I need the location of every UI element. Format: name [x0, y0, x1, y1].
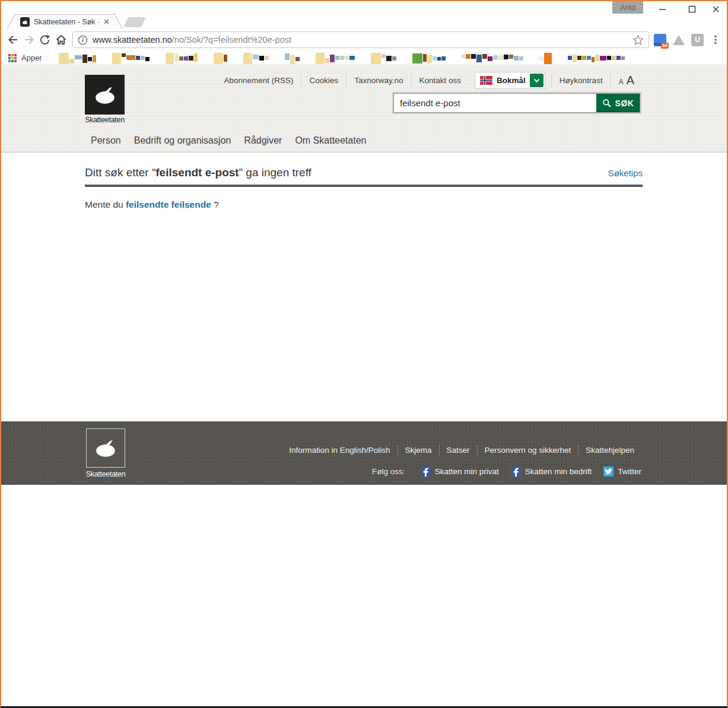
maximize-icon — [688, 5, 696, 13]
suggest-suffix: ? — [211, 199, 219, 209]
bookmark-pixel — [179, 56, 183, 61]
reload-button[interactable] — [37, 32, 53, 48]
font-size-large-button[interactable]: A — [627, 74, 634, 87]
bookmark-pixel — [166, 53, 174, 64]
soketips-link[interactable]: Søketips — [608, 168, 643, 178]
utility-link-taxnorway[interactable]: Taxnorway.no — [346, 74, 411, 87]
footer-link-satser[interactable]: Satser — [439, 445, 477, 455]
bookmark-item[interactable] — [539, 53, 552, 64]
footer-link-skjema[interactable]: Skjema — [398, 445, 439, 455]
nav-om-skatteetaten[interactable]: Om Skatteetaten — [294, 134, 367, 147]
bookmark-pixel — [316, 53, 325, 64]
facebook-bedrift-link[interactable]: Skatten min bedrift — [511, 466, 592, 477]
bookmark-item[interactable] — [462, 53, 524, 64]
chrome-menu-icon[interactable] — [710, 34, 721, 45]
heading-suffix: ” ga ingen treff — [239, 166, 311, 179]
font-size-small-button[interactable]: A — [619, 78, 624, 86]
suggestion-link[interactable]: feilsendte feilsende — [126, 199, 211, 209]
apps-label[interactable]: Apper — [21, 53, 42, 62]
nav-person[interactable]: Person — [90, 134, 122, 147]
utility-link-cookies[interactable]: Cookies — [301, 74, 346, 87]
bookmark-pixel — [93, 55, 96, 62]
footer-link-skattehjelpen[interactable]: Skattehjelpen — [578, 445, 641, 455]
utility-link-kontakt-oss[interactable]: Kontakt oss — [411, 74, 469, 87]
extension-icons: 3d U — [654, 34, 721, 46]
language-selector[interactable]: Bokmål — [475, 72, 545, 89]
bookmark-pixel — [126, 55, 135, 60]
u-extension-icon[interactable]: U — [691, 34, 704, 46]
bookmark-item[interactable] — [214, 53, 228, 64]
logo-caption: Skatteetaten — [85, 116, 125, 124]
norwegian-flag-icon — [480, 76, 492, 85]
bookmark-pixel — [88, 57, 92, 61]
new-tab-button[interactable] — [123, 17, 146, 27]
twitter-link[interactable]: Twitter — [603, 466, 641, 477]
facebook-icon — [511, 466, 521, 477]
url-text[interactable]: www.skatteetaten.no/no/Sok/?q=feilsendt%… — [93, 35, 632, 45]
facebook-icon — [421, 466, 431, 477]
footer-link-english-polish[interactable]: Information in English/Polish — [282, 445, 397, 455]
bookmark-pixel — [345, 56, 349, 60]
skatteetaten-logo[interactable] — [85, 75, 125, 115]
results-divider — [85, 185, 643, 187]
bookmarks-bar: Apper — [1, 51, 727, 65]
search-input[interactable] — [394, 94, 596, 112]
bookmark-pixel — [612, 56, 616, 60]
bookmark-pixel — [295, 57, 300, 61]
language-dropdown-button[interactable] — [530, 74, 543, 87]
extension-blue-icon[interactable]: 3d — [654, 34, 666, 46]
bookmark-pixel — [423, 54, 427, 62]
bookmark-pixel — [59, 53, 69, 64]
address-bar[interactable]: www.skatteetaten.no/no/Sok/?q=feilsendt%… — [72, 31, 649, 48]
suggest-prefix: Mente du — [85, 199, 126, 209]
bookmark-pixel — [493, 55, 498, 60]
bookmark-item[interactable] — [59, 53, 97, 64]
bookmark-pixel — [595, 55, 599, 61]
bookmark-pixel — [466, 54, 471, 59]
bookmark-pixel — [69, 59, 74, 64]
bookmark-item[interactable] — [112, 53, 150, 64]
bookmark-pixel — [519, 56, 523, 61]
footer-link-personvern[interactable]: Personvern og sikkerhet — [477, 445, 578, 455]
bookmark-item[interactable] — [371, 53, 397, 64]
home-button[interactable] — [53, 32, 69, 48]
bookmark-item[interactable] — [166, 53, 198, 64]
extension-badge: 3d — [661, 43, 669, 49]
profile-badge[interactable]: Arild — [612, 1, 643, 14]
skatteetaten-favicon-icon — [20, 17, 30, 27]
bookmark-item[interactable] — [412, 53, 446, 64]
bookmark-pixel — [382, 54, 386, 58]
facebook-privat-link[interactable]: Skatten min privat — [421, 466, 499, 477]
bookmark-pixel — [259, 56, 264, 61]
search-button[interactable]: SØK — [596, 94, 640, 112]
page-info-icon[interactable] — [78, 35, 88, 45]
nav-radgiver[interactable]: Rådgiver — [243, 134, 282, 147]
bookmark-pixel — [349, 56, 355, 60]
high-contrast-link[interactable]: Høykontrast — [551, 74, 611, 87]
bookmark-pixel — [340, 56, 344, 60]
footer-logo[interactable] — [86, 428, 125, 468]
bookmark-pixel — [224, 55, 227, 62]
bookmark-item[interactable] — [243, 53, 269, 64]
bookmark-pixel — [437, 57, 441, 61]
drive-extension-icon[interactable] — [673, 35, 685, 45]
bookmark-pixel — [600, 56, 606, 61]
tab-close-button[interactable] — [104, 19, 109, 24]
browser-window: Arild Skatteetaten - Søk - http — [0, 0, 728, 708]
forward-button[interactable] — [21, 32, 37, 48]
utility-link-abonnement[interactable]: Abonnement (RSS) — [216, 74, 301, 87]
bookmark-pixel — [582, 56, 586, 60]
bookmark-item[interactable] — [316, 53, 355, 64]
bookmark-pixel — [141, 56, 145, 60]
browser-tab[interactable]: Skatteetaten - Søk - http — [15, 14, 114, 28]
back-button[interactable] — [5, 32, 21, 48]
social-label: Twitter — [618, 467, 641, 476]
bookmark-item[interactable] — [285, 53, 300, 64]
bookmark-pixel — [82, 55, 87, 63]
bookmark-star-icon[interactable] — [632, 34, 644, 46]
bookmark-pixel — [194, 53, 198, 62]
bookmark-item[interactable] — [568, 53, 625, 64]
bookmark-pixel — [514, 56, 519, 61]
apps-grid-icon[interactable] — [8, 54, 17, 62]
nav-bedrift[interactable]: Bedrift og organisasjon — [133, 134, 232, 147]
